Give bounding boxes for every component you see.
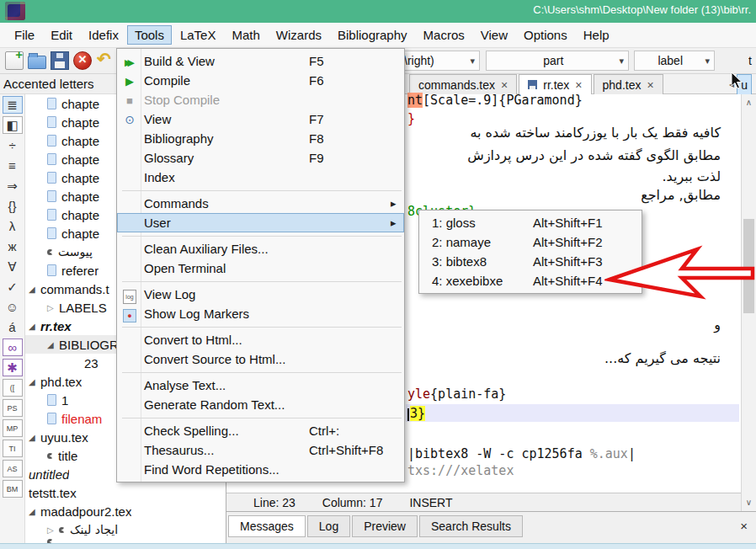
relations-icon[interactable]: ≡: [3, 157, 23, 174]
title-bar[interactable]: C:\Users\shm\Desktop\New folder (13)\bib…: [0, 0, 756, 23]
toolbar-combobox[interactable]: \right) ▾: [399, 51, 480, 71]
expander-icon[interactable]: [29, 377, 40, 386]
toolbar-combobox[interactable]: label ▾: [634, 51, 715, 71]
menubar-item[interactable]: Wizards: [269, 25, 329, 45]
metapost-icon[interactable]: MP: [3, 419, 23, 437]
menu-item[interactable]: Convert Source to Html...: [117, 349, 404, 369]
scroll-up-icon[interactable]: ∧: [742, 96, 756, 109]
menu-item[interactable]: Bibliography F8: [117, 129, 404, 148]
tree-item[interactable]: madadpour2.tex: [25, 502, 226, 520]
menu-item[interactable]: Commands: [117, 194, 404, 213]
tree-item[interactable]: ایجاد لینک: [25, 520, 226, 539]
bottom-panel-tab[interactable]: Search Results: [419, 515, 523, 537]
arrows-icon[interactable]: ⇒: [3, 177, 23, 195]
menu-item[interactable]: Clean Auxiliary Files...: [117, 239, 404, 259]
menubar-item[interactable]: Macros: [416, 25, 472, 45]
wasysym-icon[interactable]: ☺: [3, 298, 23, 316]
menu-item[interactable]: Compile F6: [117, 71, 404, 90]
menu-item[interactable]: Thesaurus... Ctrl+Shift+F8: [117, 440, 404, 460]
bottom-panel-tab[interactable]: Preview: [352, 515, 418, 537]
expander-icon[interactable]: [29, 322, 40, 331]
ams-symbols-icon[interactable]: ∞: [3, 338, 23, 356]
structure-icon[interactable]: ≣: [3, 96, 23, 114]
undo-icon[interactable]: [96, 51, 114, 70]
expander-icon[interactable]: [47, 340, 59, 349]
menu-item[interactable]: Build & View F5: [117, 51, 404, 71]
menubar-item[interactable]: Bibliography: [330, 25, 415, 45]
toolbar-combobox[interactable]: t ▾: [744, 51, 756, 71]
menubar-item[interactable]: Idefix: [81, 25, 126, 45]
brackets-icon[interactable]: ([: [3, 379, 23, 397]
misc-text-icon[interactable]: ✓: [3, 278, 23, 296]
chevron-down-icon[interactable]: ▾: [701, 56, 710, 67]
menubar-item[interactable]: File: [7, 25, 42, 45]
expander-icon[interactable]: [47, 525, 59, 535]
menu-item[interactable]: Show Log Markers: [117, 304, 404, 323]
bottom-panel-tab[interactable]: Log: [307, 515, 350, 537]
menu-item[interactable]: View F7: [117, 109, 404, 129]
menu-item[interactable]: [117, 187, 404, 194]
menu-item[interactable]: Generate Random Text...: [117, 395, 404, 414]
greek-letters-icon[interactable]: λ: [3, 217, 23, 235]
delimiters-icon[interactable]: {}: [3, 197, 23, 215]
menu-item-icon: [117, 306, 142, 321]
menu-item[interactable]: [117, 369, 404, 376]
menu-item[interactable]: Convert to Html...: [117, 330, 404, 349]
expander-icon[interactable]: [29, 285, 40, 294]
beamer-icon[interactable]: BM: [3, 480, 23, 498]
menu-item[interactable]: Index: [117, 168, 404, 187]
tab-close-icon[interactable]: ×: [647, 78, 653, 92]
tab-close-icon[interactable]: ×: [575, 78, 582, 92]
tikz-icon[interactable]: TI: [3, 440, 23, 457]
menu-item[interactable]: View Log: [117, 285, 404, 304]
menu-item[interactable]: [117, 232, 404, 239]
save-file-icon[interactable]: [51, 51, 69, 70]
accented-letters-icon[interactable]: á: [3, 318, 23, 336]
scroll-down-icon[interactable]: ∨: [742, 496, 756, 509]
new-file-icon[interactable]: [5, 51, 24, 70]
menu-item[interactable]: User: [117, 213, 404, 232]
toolbar-combobox[interactable]: part ▾: [486, 51, 629, 71]
menu-item[interactable]: Glossary F9: [117, 148, 404, 168]
menu-item[interactable]: [117, 278, 404, 285]
open-file-icon[interactable]: [28, 56, 46, 69]
menubar-item[interactable]: Edit: [43, 25, 80, 45]
asymptote-icon[interactable]: AS: [3, 460, 23, 477]
combobox-value: part: [491, 54, 615, 67]
chevron-down-icon[interactable]: ▾: [466, 56, 475, 67]
menubar-item[interactable]: Math: [224, 25, 267, 45]
expander-icon[interactable]: [29, 433, 40, 442]
menu-item[interactable]: Open Terminal: [117, 259, 404, 278]
menubar-item[interactable]: Tools: [127, 25, 172, 45]
menubar-item[interactable]: Help: [576, 25, 617, 45]
editor-tab[interactable]: commands.tex ×: [409, 74, 517, 94]
menu-item[interactable]: Find Word Repetitions...: [117, 460, 404, 479]
expander-icon[interactable]: [29, 507, 40, 516]
bottom-panel-tab-label: Preview: [364, 520, 406, 533]
menu-item[interactable]: [117, 323, 404, 330]
special-symbols-icon[interactable]: ✱: [3, 359, 23, 376]
bottom-panel-tab[interactable]: Messages: [228, 515, 306, 537]
pstricks-icon[interactable]: PS: [3, 399, 23, 417]
menu-item[interactable]: Analyse Text...: [117, 376, 404, 395]
panel-close-icon[interactable]: ×: [740, 519, 748, 533]
tree-item[interactable]: tetstt.tex: [25, 483, 226, 502]
menu-item[interactable]: Check Spelling... Ctrl+:: [117, 421, 404, 440]
expander-icon[interactable]: [47, 303, 59, 312]
misc-math-icon[interactable]: ∀: [3, 258, 23, 275]
editor-tab[interactable]: phd.tex ×: [594, 74, 663, 94]
menubar-item[interactable]: View: [473, 25, 515, 45]
bookmarks-icon[interactable]: ◧: [3, 116, 23, 134]
menubar-item[interactable]: LaTeX: [173, 25, 224, 45]
close-file-icon[interactable]: [73, 51, 92, 70]
chevron-down-icon[interactable]: ▾: [615, 56, 624, 67]
tab-close-icon[interactable]: ×: [501, 78, 508, 92]
menu-item-shortcut: F5: [309, 54, 391, 68]
menu-item[interactable]: Stop Compile: [117, 90, 404, 109]
menubar-item[interactable]: Options: [516, 25, 575, 45]
math-operators-icon[interactable]: ÷: [3, 136, 23, 154]
cyrillic-letters-icon[interactable]: ж: [3, 237, 23, 255]
menu-item[interactable]: [117, 414, 404, 421]
editor-tab[interactable]: rr.tex ×: [519, 74, 591, 94]
tools-menu: Build & View F5 Compile F6 Stop Compile: [116, 48, 405, 482]
